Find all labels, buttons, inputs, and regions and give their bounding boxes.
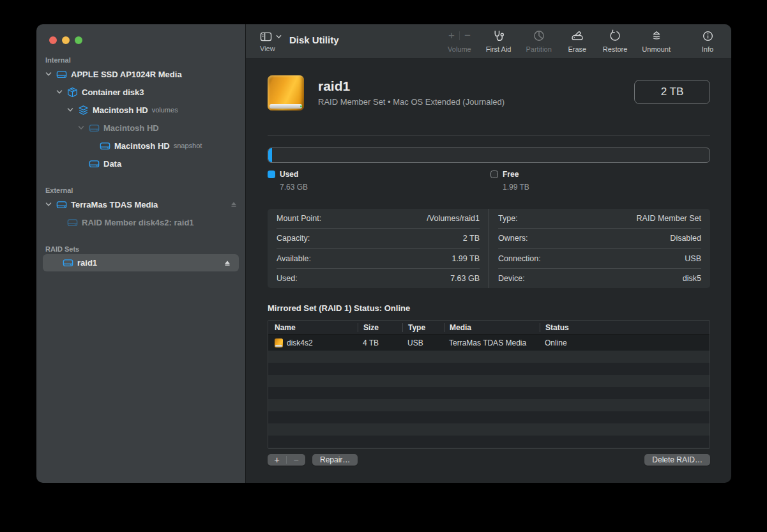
snapshot-badge: snapshot	[174, 142, 202, 149]
toolbar-partition-button[interactable]: Partition	[526, 27, 551, 53]
info-row-device: Device:disk5	[498, 269, 701, 288]
volume-header: raid1 RAID Member Set • Mac OS Extended …	[268, 74, 710, 111]
toolbar-erase-button[interactable]: Erase	[566, 27, 588, 53]
restore-arrow-icon	[609, 27, 621, 44]
zoom-button[interactable]	[75, 36, 82, 44]
raid-members-table: Name Size Type Media Status disk4s2 4 TB…	[268, 320, 710, 449]
view-button[interactable]: View	[260, 29, 282, 52]
sidebar-item-macintosh-hd-group[interactable]: Macintosh HD	[36, 119, 245, 137]
sidebar-item-macintosh-hd-snapshot[interactable]: Macintosh HD snapshot	[36, 137, 245, 155]
erase-drive-icon	[570, 27, 584, 44]
table-row	[268, 351, 710, 363]
toolbar-volume-button[interactable]: +− Volume	[448, 27, 471, 53]
minimize-button[interactable]	[62, 36, 70, 44]
sidebar-item-apple-ssd[interactable]: APPLE SSD AP1024R Media	[36, 65, 245, 83]
raid-status-heading: Mirrored Set (RAID 1) Status: Online	[268, 303, 710, 313]
external-drive-icon	[98, 140, 111, 151]
column-header-name[interactable]: Name	[268, 323, 358, 332]
table-row	[268, 436, 710, 448]
chevron-spacer	[55, 218, 64, 227]
sidebar-item-raid-member-disk4s2[interactable]: RAID Member disk4s2: raid1	[36, 213, 245, 231]
capacity-badge: 2 TB	[634, 80, 710, 104]
info-circle-icon	[702, 27, 714, 44]
sidebar-item-label: RAID Member disk4s2: raid1	[82, 218, 194, 227]
sidebar-item-data[interactable]: Data	[36, 155, 245, 172]
external-drive-icon	[61, 257, 74, 269]
volume-info-table: Mount Point:/Volumes/raid1 Capacity:2 TB…	[268, 209, 710, 288]
external-drive-icon	[55, 199, 68, 210]
toolbar: View Disk Utility +− Volume	[246, 24, 731, 59]
volume-role-badge: volumes	[152, 106, 178, 114]
content-area: raid1 RAID Member Set • Mac OS Extended …	[246, 59, 731, 483]
window-controls	[49, 36, 82, 44]
desktop: Internal APPLE SSD AP1024R Media Contain…	[0, 0, 767, 532]
external-drive-orange-icon	[268, 75, 304, 110]
plus-minus-icon: +−	[448, 27, 471, 44]
sidebar-item-label: Container disk3	[82, 87, 144, 97]
toolbar-tools: +− Volume First Aid	[448, 27, 718, 53]
chevron-down-icon[interactable]	[77, 123, 86, 132]
delete-raid-button[interactable]: Delete RAID…	[644, 454, 710, 466]
add-member-button[interactable]: +	[268, 454, 286, 466]
toolbar-first-aid-button[interactable]: First Aid	[486, 27, 512, 53]
sidebar-item-raid1[interactable]: raid1	[43, 254, 239, 271]
sidebar-item-terramas[interactable]: TerraMas TDAS Media	[36, 195, 245, 213]
table-row	[268, 399, 710, 411]
sidebar-item-container-disk3[interactable]: Container disk3	[36, 83, 245, 101]
pie-chart-icon	[533, 27, 545, 44]
chevron-down-icon[interactable]	[66, 105, 75, 114]
usage-bar	[268, 148, 710, 163]
volume-title: raid1	[318, 79, 505, 94]
disk-utility-window: Internal APPLE SSD AP1024R Media Contain…	[36, 24, 731, 483]
eject-icon[interactable]	[230, 201, 238, 208]
external-drive-icon	[87, 122, 100, 133]
raid-actions: + − Repair… Delete RAID…	[268, 454, 710, 466]
container-box-icon	[66, 86, 79, 98]
sidebar-section-internal: Internal	[36, 55, 245, 65]
volume-stack-icon	[77, 104, 89, 116]
chevron-down-icon[interactable]	[44, 70, 53, 79]
repair-button[interactable]: Repair…	[312, 454, 358, 466]
sidebar-item-label: Data	[103, 159, 121, 169]
sidebar-item-label: APPLE SSD AP1024R Media	[71, 70, 182, 79]
external-drive-icon	[55, 68, 68, 80]
remove-member-button[interactable]: −	[287, 454, 305, 466]
chevron-down-icon	[276, 34, 282, 40]
sidebar-item-label: TerraMas TDAS Media	[71, 200, 158, 209]
close-button[interactable]	[49, 36, 57, 44]
table-row	[268, 363, 710, 375]
chevron-spacer	[50, 259, 59, 268]
sidebar-item-macintosh-hd-volume[interactable]: Macintosh HD volumes	[36, 101, 245, 119]
column-header-status[interactable]: Status	[540, 323, 710, 332]
sidebar-item-label: Macintosh HD	[93, 105, 148, 115]
main-pane: View Disk Utility +− Volume	[246, 24, 731, 483]
chevron-down-icon[interactable]	[44, 200, 53, 209]
window-title: Disk Utility	[289, 34, 339, 45]
info-row-owners: Owners:Disabled	[498, 229, 701, 248]
toolbar-restore-button[interactable]: Restore	[603, 27, 628, 53]
column-header-media[interactable]: Media	[444, 323, 540, 332]
column-header-type[interactable]: Type	[402, 323, 444, 332]
usage-bar-used-fill	[268, 148, 272, 162]
sidebar-toggle-icon	[260, 31, 272, 42]
chevron-spacer	[77, 159, 86, 168]
external-drive-icon	[87, 158, 100, 169]
toolbar-unmount-button[interactable]: Unmount	[642, 27, 671, 53]
toolbar-info-button[interactable]: Info	[697, 27, 718, 53]
eject-icon[interactable]	[224, 259, 231, 267]
view-label: View	[260, 45, 282, 52]
info-row-used: Used:7.63 GB	[277, 269, 480, 288]
table-row	[268, 423, 710, 436]
column-header-size[interactable]: Size	[358, 323, 402, 332]
chevron-down-icon[interactable]	[55, 87, 64, 96]
usage-legend: Used 7.63 GB Free 1.99 TB	[268, 170, 710, 192]
table-row	[268, 375, 710, 387]
sidebar-section-raid-sets: RAID Sets	[36, 244, 245, 254]
free-swatch	[490, 171, 498, 178]
info-row-connection: Connection:USB	[498, 249, 701, 269]
table-row-disk4s2[interactable]: disk4s2 4 TB USB TerraMas TDAS Media Onl…	[268, 335, 710, 351]
info-row-available: Available:1.99 TB	[277, 249, 480, 269]
table-row	[268, 448, 710, 449]
table-row	[268, 387, 710, 399]
volume-subtitle: RAID Member Set • Mac OS Extended (Journ…	[318, 97, 505, 107]
